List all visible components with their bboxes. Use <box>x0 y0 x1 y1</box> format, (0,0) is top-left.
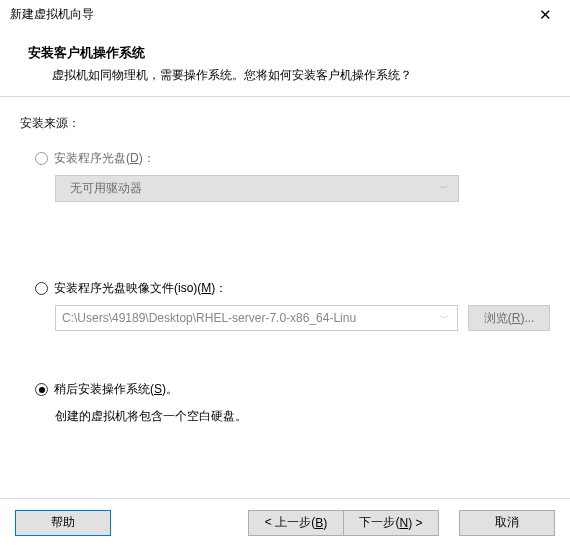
content-area: 安装来源： 安装程序光盘(D)： 无可用驱动器 ﹀ 安装程序光盘映像文件(iso… <box>0 97 570 425</box>
option-iso-group: 安装程序光盘映像文件(iso)(M)： C:\Users\49189\Deskt… <box>20 280 550 331</box>
option-disc: 安装程序光盘(D)： <box>20 150 550 167</box>
iso-path-input: C:\Users\49189\Desktop\RHEL-server-7.0-x… <box>55 305 458 331</box>
option-disc-label: 安装程序光盘(D)： <box>54 150 155 167</box>
option-later-label: 稍后安装操作系统(S)。 <box>54 381 178 398</box>
next-button[interactable]: 下一步(N) > <box>343 510 439 536</box>
header-title: 安装客户机操作系统 <box>28 44 542 62</box>
iso-path-row: C:\Users\49189\Desktop\RHEL-server-7.0-x… <box>55 305 550 331</box>
option-later-description: 创建的虚拟机将包含一个空白硬盘。 <box>55 408 550 425</box>
wizard-header: 安装客户机操作系统 虚拟机如同物理机，需要操作系统。您将如何安装客户机操作系统？ <box>0 30 570 96</box>
source-label: 安装来源： <box>20 115 550 132</box>
button-bar: 帮助 < 上一步(B) 下一步(N) > 取消 <box>0 498 570 546</box>
window-title: 新建虚拟机向导 <box>10 6 94 23</box>
disc-dropdown-text: 无可用驱动器 <box>70 180 142 197</box>
chevron-down-icon: ﹀ <box>435 312 449 325</box>
option-iso-label: 安装程序光盘映像文件(iso)(M)： <box>54 280 227 297</box>
nav-button-group: < 上一步(B) 下一步(N) > <box>248 510 439 536</box>
close-button[interactable]: ✕ <box>523 1 568 29</box>
browse-button: 浏览(R)... <box>468 305 550 331</box>
option-later[interactable]: 稍后安装操作系统(S)。 <box>20 381 550 398</box>
disc-dropdown: 无可用驱动器 ﹀ <box>55 175 459 202</box>
radio-iso[interactable] <box>35 282 48 295</box>
option-disc-group: 安装程序光盘(D)： 无可用驱动器 ﹀ <box>20 150 550 202</box>
chevron-down-icon: ﹀ <box>439 182 448 195</box>
titlebar: 新建虚拟机向导 ✕ <box>0 0 570 30</box>
option-iso[interactable]: 安装程序光盘映像文件(iso)(M)： <box>20 280 550 297</box>
radio-disc <box>35 152 48 165</box>
header-subtitle: 虚拟机如同物理机，需要操作系统。您将如何安装客户机操作系统？ <box>28 67 542 84</box>
radio-later[interactable] <box>35 383 48 396</box>
back-button[interactable]: < 上一步(B) <box>248 510 344 536</box>
help-button[interactable]: 帮助 <box>15 510 111 536</box>
option-later-group: 稍后安装操作系统(S)。 创建的虚拟机将包含一个空白硬盘。 <box>20 381 550 425</box>
cancel-button[interactable]: 取消 <box>459 510 555 536</box>
